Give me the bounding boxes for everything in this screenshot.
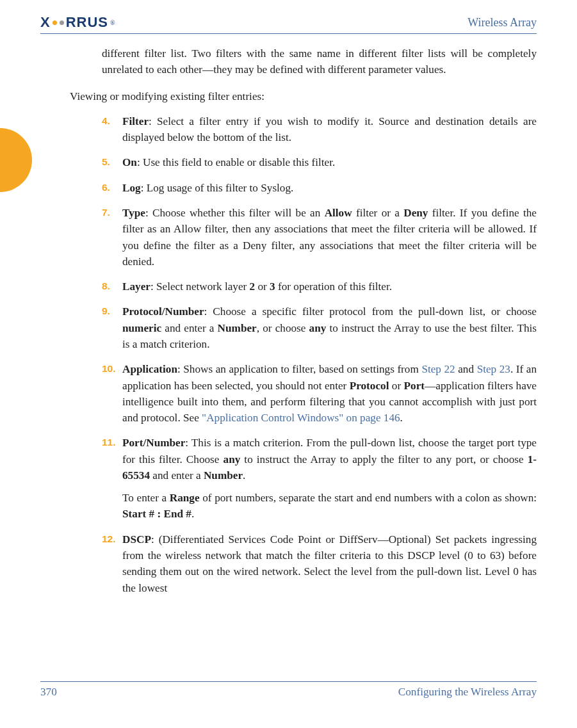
page-footer: 370 Configuring the Wireless Array	[40, 681, 537, 699]
term-filter: Filter	[122, 115, 149, 127]
page-number: 370	[40, 686, 57, 699]
list-item: 5. On: Use this field to enable or disab…	[102, 154, 537, 170]
list-item: 11. Port/Number: This is a match criteri…	[102, 435, 537, 522]
item-body: Log: Log usage of this filter to Syslog.	[122, 180, 537, 196]
term-port: Port	[404, 380, 425, 392]
text: : Choose whether this filter will be an	[145, 207, 325, 219]
text: and enter a	[161, 322, 217, 334]
footer-section-title: Configuring the Wireless Array	[398, 686, 537, 699]
item-number: 7.	[102, 205, 122, 270]
term-port-number: Port/Number	[122, 437, 185, 449]
section-tab-icon	[0, 128, 32, 192]
text: To enter a	[122, 492, 170, 504]
term-layer: Layer	[122, 280, 150, 293]
term-number: Number	[218, 322, 257, 334]
link-app-control-windows[interactable]: "Application Control Windows" on page 14…	[202, 412, 400, 424]
list-item: 7. Type: Choose whether this filter will…	[102, 205, 537, 270]
list-item: 9. Protocol/Number: Choose a specific fi…	[102, 303, 537, 352]
text: , or choose	[257, 322, 309, 334]
list-item: 8. Layer: Select network layer 2 or 3 fo…	[102, 279, 537, 295]
item-body: Port/Number: This is a match criterion. …	[122, 435, 537, 522]
list-item: 12. DSCP: (Differentiated Services Code …	[102, 531, 537, 596]
text: : Use this field to enable or disable th…	[137, 156, 335, 168]
term-any: any	[223, 453, 241, 465]
term-allow: Allow	[325, 207, 352, 219]
term-protocol: Protocol	[350, 380, 389, 392]
link-step-22[interactable]: Step 22	[421, 363, 455, 375]
item-body: Type: Choose whether this filter will be…	[122, 205, 537, 270]
item-body: DSCP: (Differentiated Services Code Poin…	[122, 531, 537, 596]
item-body: Filter: Select a filter entry if you wis…	[122, 113, 537, 146]
text: filter or a	[352, 207, 404, 219]
item-number: 8.	[102, 279, 122, 295]
section-heading: Viewing or modifying existing filter ent…	[70, 88, 537, 104]
logo: X RRUS ®	[40, 14, 115, 31]
item-number: 5.	[102, 154, 122, 170]
text: : Choose a specific filter protocol from…	[204, 305, 537, 318]
text: : Select network layer	[150, 280, 250, 293]
text: : Log usage of this filter to Syslog.	[141, 182, 294, 194]
list-item: 10. Application: Shows an application to…	[102, 361, 537, 426]
term-protocol-number: Protocol/Number	[122, 305, 204, 318]
logo-text-rrus: RRUS	[66, 14, 108, 31]
list-item: 6. Log: Log usage of this filter to Sysl…	[102, 180, 537, 196]
text: .	[243, 469, 245, 481]
text: : Select a filter entry if you wish to m…	[122, 115, 537, 143]
text: and enter a	[150, 469, 204, 481]
item-body: Application: Shows an application to fil…	[122, 361, 537, 426]
logo-registered: ®	[110, 19, 115, 26]
item-body: On: Use this field to enable or disable …	[122, 154, 537, 170]
item-number: 11.	[102, 435, 122, 522]
page: X RRUS ® Wireless Array different filter…	[0, 0, 577, 728]
list-item: 4. Filter: Select a filter entry if you …	[102, 113, 537, 146]
item-number: 9.	[102, 303, 122, 352]
term-application: Application	[122, 363, 177, 375]
text: to instruct the Array to apply the filte…	[240, 453, 527, 465]
item-body: Layer: Select network layer 2 or 3 for o…	[122, 279, 537, 295]
text: of port numbers, separate the start and …	[200, 492, 537, 504]
term-deny: Deny	[403, 207, 428, 219]
term-2: 2	[250, 280, 256, 293]
logo-dot-icon	[53, 20, 57, 25]
term-start-end: Start # : End #	[122, 508, 191, 520]
term-dscp: DSCP	[122, 533, 151, 546]
header-title: Wireless Array	[467, 16, 537, 29]
text: : Shows an application to filter, based …	[177, 363, 421, 375]
item-number: 10.	[102, 361, 122, 426]
text: and	[455, 363, 477, 375]
text: or	[389, 380, 403, 392]
text: .	[191, 508, 194, 520]
term-log: Log	[122, 182, 141, 194]
term-numeric: numeric	[122, 322, 161, 334]
term-type: Type	[122, 207, 145, 219]
item-number: 6.	[102, 180, 122, 196]
term-3: 3	[270, 280, 275, 293]
text: .	[400, 412, 403, 424]
logo-dot-icon	[60, 20, 64, 25]
text: or	[255, 280, 270, 293]
logo-text-x: X	[40, 14, 51, 31]
intro-paragraph: different filter list. Two filters with …	[102, 45, 537, 78]
item-number: 4.	[102, 113, 122, 146]
page-header: X RRUS ® Wireless Array	[40, 14, 537, 34]
item-body: Protocol/Number: Choose a specific filte…	[122, 303, 537, 352]
term-on: On	[122, 156, 137, 168]
term-any: any	[309, 322, 327, 334]
link-step-23[interactable]: Step 23	[477, 363, 510, 375]
term-range: Range	[170, 492, 200, 504]
numbered-list: 4. Filter: Select a filter entry if you …	[102, 113, 537, 596]
text: : (Differentiated Services Code Point or…	[122, 533, 537, 594]
text: for operation of this filter.	[275, 280, 392, 293]
item-number: 12.	[102, 531, 122, 596]
term-number: Number	[204, 469, 243, 481]
content-area: different filter list. Two filters with …	[102, 45, 537, 596]
